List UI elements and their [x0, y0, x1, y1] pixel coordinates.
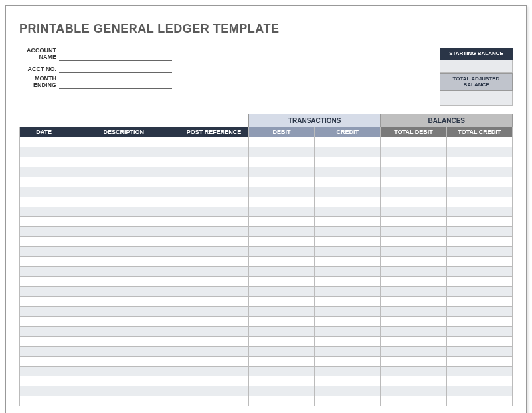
table-cell[interactable]	[248, 236, 314, 246]
table-cell[interactable]	[68, 157, 179, 167]
table-cell[interactable]	[179, 137, 249, 147]
table-cell[interactable]	[20, 187, 68, 197]
starting-balance-value[interactable]	[440, 60, 513, 73]
table-cell[interactable]	[446, 266, 512, 276]
table-cell[interactable]	[446, 206, 512, 216]
table-cell[interactable]	[179, 386, 249, 396]
table-cell[interactable]	[68, 197, 179, 206]
table-cell[interactable]	[68, 167, 179, 177]
table-cell[interactable]	[446, 316, 512, 326]
table-cell[interactable]	[179, 376, 249, 386]
table-cell[interactable]	[68, 206, 179, 216]
table-cell[interactable]	[68, 396, 179, 406]
table-cell[interactable]	[315, 386, 381, 396]
table-cell[interactable]	[381, 236, 446, 246]
table-cell[interactable]	[68, 256, 179, 266]
table-cell[interactable]	[381, 266, 446, 276]
table-cell[interactable]	[179, 266, 249, 276]
table-cell[interactable]	[381, 296, 446, 306]
table-cell[interactable]	[248, 187, 314, 197]
table-cell[interactable]	[68, 306, 179, 316]
table-cell[interactable]	[20, 316, 68, 326]
table-cell[interactable]	[315, 256, 381, 266]
table-cell[interactable]	[20, 296, 68, 306]
table-cell[interactable]	[315, 276, 381, 286]
table-cell[interactable]	[179, 216, 249, 226]
table-cell[interactable]	[381, 346, 446, 356]
table-cell[interactable]	[381, 386, 446, 396]
table-cell[interactable]	[68, 246, 179, 256]
table-cell[interactable]	[179, 187, 249, 197]
table-cell[interactable]	[179, 157, 249, 167]
table-cell[interactable]	[248, 197, 314, 206]
table-cell[interactable]	[248, 167, 314, 177]
table-cell[interactable]	[248, 326, 314, 336]
table-cell[interactable]	[315, 296, 381, 306]
table-cell[interactable]	[68, 137, 179, 147]
table-cell[interactable]	[248, 256, 314, 266]
table-cell[interactable]	[179, 236, 249, 246]
table-cell[interactable]	[446, 366, 512, 376]
table-cell[interactable]	[381, 316, 446, 326]
table-cell[interactable]	[381, 256, 446, 266]
table-cell[interactable]	[20, 286, 68, 296]
table-cell[interactable]	[315, 197, 381, 206]
table-cell[interactable]	[248, 306, 314, 316]
table-cell[interactable]	[315, 306, 381, 316]
table-cell[interactable]	[179, 167, 249, 177]
table-cell[interactable]	[20, 306, 68, 316]
table-cell[interactable]	[446, 167, 512, 177]
table-cell[interactable]	[68, 187, 179, 197]
table-cell[interactable]	[20, 167, 68, 177]
table-cell[interactable]	[20, 226, 68, 236]
table-cell[interactable]	[68, 216, 179, 226]
table-cell[interactable]	[248, 137, 314, 147]
table-cell[interactable]	[315, 137, 381, 147]
table-cell[interactable]	[381, 187, 446, 197]
table-cell[interactable]	[315, 177, 381, 187]
table-cell[interactable]	[20, 336, 68, 346]
table-cell[interactable]	[381, 336, 446, 346]
table-cell[interactable]	[20, 396, 68, 406]
table-cell[interactable]	[248, 386, 314, 396]
table-cell[interactable]	[446, 346, 512, 356]
table-cell[interactable]	[20, 157, 68, 167]
table-cell[interactable]	[68, 286, 179, 296]
table-cell[interactable]	[381, 276, 446, 286]
table-cell[interactable]	[446, 256, 512, 266]
table-cell[interactable]	[20, 376, 68, 386]
table-cell[interactable]	[179, 316, 249, 326]
table-cell[interactable]	[446, 177, 512, 187]
table-cell[interactable]	[381, 177, 446, 187]
table-cell[interactable]	[179, 336, 249, 346]
table-cell[interactable]	[248, 226, 314, 236]
table-cell[interactable]	[179, 206, 249, 216]
table-cell[interactable]	[315, 187, 381, 197]
table-cell[interactable]	[20, 386, 68, 396]
table-cell[interactable]	[381, 366, 446, 376]
table-cell[interactable]	[20, 356, 68, 366]
table-cell[interactable]	[446, 336, 512, 346]
table-cell[interactable]	[68, 147, 179, 157]
table-cell[interactable]	[179, 346, 249, 356]
table-cell[interactable]	[68, 386, 179, 396]
table-cell[interactable]	[68, 316, 179, 326]
table-cell[interactable]	[381, 286, 446, 296]
table-cell[interactable]	[20, 236, 68, 246]
table-cell[interactable]	[446, 226, 512, 236]
table-cell[interactable]	[20, 246, 68, 256]
table-cell[interactable]	[68, 177, 179, 187]
table-cell[interactable]	[446, 147, 512, 157]
table-cell[interactable]	[446, 396, 512, 406]
table-cell[interactable]	[446, 216, 512, 226]
table-cell[interactable]	[446, 356, 512, 366]
table-cell[interactable]	[248, 296, 314, 306]
table-cell[interactable]	[446, 376, 512, 386]
table-cell[interactable]	[446, 386, 512, 396]
table-cell[interactable]	[381, 226, 446, 236]
table-cell[interactable]	[248, 246, 314, 256]
table-cell[interactable]	[315, 396, 381, 406]
table-cell[interactable]	[248, 147, 314, 157]
table-cell[interactable]	[179, 226, 249, 236]
table-cell[interactable]	[68, 326, 179, 336]
